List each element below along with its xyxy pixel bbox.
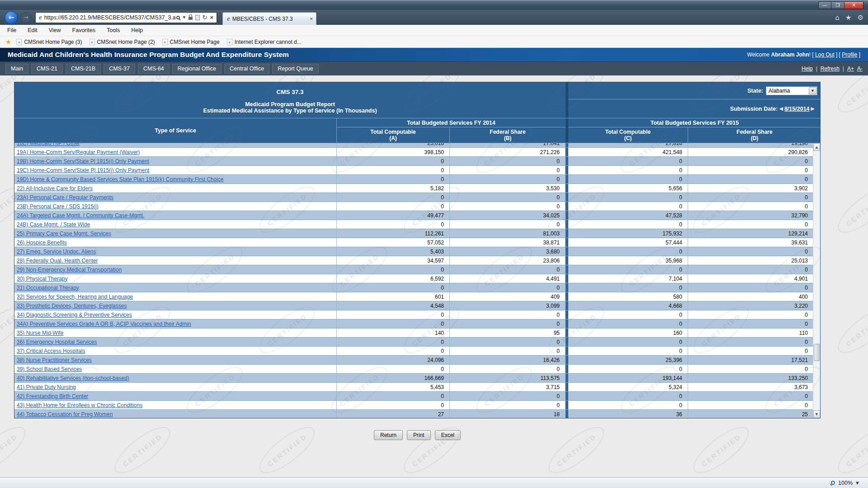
state-dropdown[interactable]: Alabama ▼ [766,86,817,95]
service-link[interactable]: 34) Diagnostic Screening & Preventive Se… [17,312,132,318]
menu-bar: FileEditViewFavoritesToolsHelp [0,25,868,36]
service-link[interactable]: 19A) Home-Comm Serv/Regular Payment (Wai… [17,149,140,155]
value-cell-b: 3,680 [450,247,566,256]
table-scrollbar[interactable]: ▲ ▼ [813,143,820,418]
nav-link-help[interactable]: Help [802,66,813,72]
service-link[interactable]: 30) Physical Therapy [17,276,68,282]
service-link[interactable]: 19B) Home-Comm Serv/State Pl 1915(i) Onl… [17,158,149,164]
menu-view[interactable]: View [49,27,61,33]
refresh-icon[interactable]: ↻ [203,14,208,21]
nav-tab-regional-office[interactable]: Regional Office [172,64,222,74]
service-link[interactable]: 19D) Home & Community Based Services Sta… [17,176,224,183]
service-link[interactable]: 27) Emeg. Service Undoc. Aliens [17,249,96,255]
service-link[interactable]: 35) Nurse Mid-Wife [17,330,63,336]
table-row: 39) School Based Services0000 [14,365,814,374]
zoom-dropdown-icon[interactable]: ▼ [856,481,859,485]
nav-tab-central-office[interactable]: Central Office [224,64,269,74]
window-close-button[interactable]: ✕ [844,1,863,9]
next-date-icon[interactable]: ▶ [811,106,815,112]
favorites-bar-item[interactable]: eCMSnet Home Page (3) [16,39,82,45]
menu-edit[interactable]: Edit [28,27,38,33]
service-link[interactable]: 24A) Targeted Case Mgmt. / Community Cas… [17,212,145,219]
service-link[interactable]: 29) Non-Emergency Medical Transportation [17,267,122,273]
browser-tab[interactable]: e MBES/CBES - CMS 37.3 × [222,12,316,25]
forward-icon[interactable]: → [20,12,31,23]
service-link[interactable]: 23A) Personal Care / Regular Payments [17,194,113,201]
previous-date-icon[interactable]: ◀ [779,106,783,112]
return-button[interactable]: Return [374,430,403,440]
service-link[interactable]: 23B) Personal Care / SDS 1915(j) [17,203,99,210]
favorites-add-icon[interactable]: ★ [5,38,11,46]
value-cell-b: 23,806 [450,256,566,265]
nav-link-a[interactable]: A- [857,66,863,72]
service-link[interactable]: 39) School Based Services [17,366,82,372]
compatibility-view-icon[interactable] [195,15,200,20]
home-icon[interactable]: ⌂ [835,14,840,22]
logout-link[interactable]: Log Out [815,52,835,58]
back-icon[interactable]: ← [5,11,18,24]
dropdown-arrow-icon[interactable]: ▼ [809,87,816,94]
nav-tab-cms-21[interactable]: CMS-21 [31,64,63,74]
window-maximize-button[interactable]: ❐ [831,1,844,9]
service-link[interactable]: 22) All-Inclusive Care for Elders [17,185,93,192]
service-cell: 41) Private Duty Nursing [14,383,337,392]
service-link[interactable]: 42) Freestanding Birth Center [17,393,88,399]
profile-link[interactable]: Profile [842,52,857,58]
scroll-up-icon[interactable]: ▲ [813,143,820,151]
service-link[interactable]: 25) Primary Care Case Mgmt. Services [17,230,111,237]
table-row: 38) Nurse Practitioner Services24,09616,… [14,356,814,365]
nav-tab-cms-21b[interactable]: CMS-21B [66,64,101,74]
nav-link-refresh[interactable]: Refresh [821,66,840,72]
service-link[interactable]: 32) Services for Speech, Hearing and Lan… [17,294,133,300]
service-link[interactable]: 38) Nurse Practitioner Services [17,357,92,363]
settings-gear-icon[interactable]: ⚙ [858,14,863,22]
menu-favorites[interactable]: Favorites [72,27,95,33]
window-minimize-button[interactable]: — [818,1,831,9]
user-name: Abraham John [771,52,809,58]
nav-tab-cms-64[interactable]: CMS-64 [138,64,170,74]
col-header-federal-share-b: Federal Share(B) [450,127,566,143]
zoom-control[interactable]: 100% ▼ [831,480,859,486]
service-link[interactable]: 31) Occupational Therapy [17,285,79,291]
service-link[interactable]: 19C) Home-Comm Serv/State Pl 1915(j) Onl… [17,167,149,174]
nav-tab-main[interactable]: Main [5,64,28,74]
table-row: 25) Primary Care Case Mgmt. Services112,… [14,229,814,238]
url-text[interactable]: https://65.220.21.9/MBESCBES/CMS37/CMS37… [44,14,176,21]
favorites-bar-item[interactable]: eCMSnet Home Page (2) [90,39,155,45]
print-button[interactable]: Print [407,430,431,440]
stop-icon[interactable]: × [210,14,213,21]
scrollbar-thumb[interactable] [814,344,820,361]
service-link[interactable]: 34A) Preventive Services Grade A OR B, A… [17,321,191,327]
service-link[interactable]: 41) Private Duty Nursing [17,384,76,390]
menu-file[interactable]: File [7,27,16,33]
tab-close-icon[interactable]: × [310,16,313,22]
value-cell-a: 0 [337,338,450,347]
service-link[interactable]: 24B) Case Mgmt. / State Wide [17,221,90,228]
search-dropdown-icon[interactable]: ▼ [183,15,185,19]
service-link[interactable]: 33) Prosthetic Devices, Dentures, Eyegla… [17,303,127,309]
excel-button[interactable]: Excel [435,430,461,440]
service-link[interactable]: 37) Critical Access Hospitals [17,348,85,354]
value-cell-a: 0 [337,220,450,229]
app-title: Medicaid And Children's Health Insurance… [8,51,289,59]
submission-date-link[interactable]: 8/15/2014 [784,106,810,112]
menu-help[interactable]: Help [131,27,143,33]
search-icon[interactable] [176,16,180,19]
service-link[interactable]: 40) Rehabilitative Services (non-school-… [17,375,129,381]
service-link[interactable]: 18E) Medicaid HIP / Other [17,143,80,146]
value-cell-b: 17,041 [450,143,566,148]
menu-tools[interactable]: Tools [107,27,120,33]
service-link[interactable]: 44) Tobacco Cessation for Preg Women [17,411,113,418]
nav-link-a[interactable]: A+ [847,66,854,72]
service-link[interactable]: 36) Emergency Hospital Services [17,339,97,345]
service-link[interactable]: 43) Health Home for Enrollees w Chronic … [17,402,142,408]
favorites-star-icon[interactable]: ★ [845,14,851,22]
favorites-bar-item[interactable]: eCMSnet Home Page [162,39,220,45]
scroll-down-icon[interactable]: ▼ [813,410,820,418]
service-link[interactable]: 26) Hospice Benefits [17,239,67,246]
nav-tab-report-queue[interactable]: Report Queue [272,64,319,74]
service-link[interactable]: 28) Federally Qual. Health Center [17,258,98,264]
nav-tab-cms-37[interactable]: CMS-37 [104,64,135,74]
address-bar[interactable]: e https://65.220.21.9/MBESCBES/CMS37/CMS… [35,12,217,23]
favorites-bar-item[interactable]: eInternet Explorer cannot d... [227,39,302,45]
